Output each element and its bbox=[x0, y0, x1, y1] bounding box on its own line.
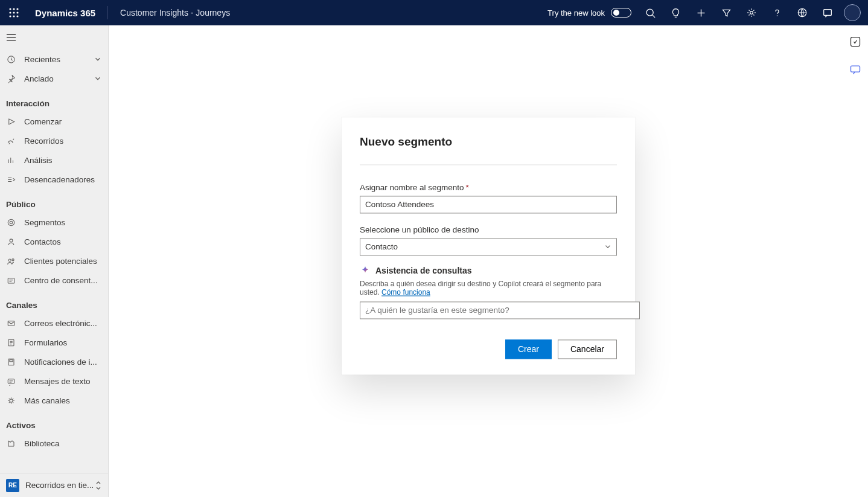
nav-item-icon bbox=[6, 256, 16, 266]
nav-item[interactable]: Desencadenadores bbox=[0, 170, 108, 189]
add-button[interactable] bbox=[688, 0, 713, 25]
cancel-button[interactable]: Cancelar bbox=[558, 339, 617, 359]
svg-point-6 bbox=[9, 15, 11, 17]
segment-name-label: Asignar nombre al segmento* bbox=[360, 183, 617, 192]
svg-rect-27 bbox=[8, 278, 14, 283]
nav-item[interactable]: Más canales bbox=[0, 391, 108, 410]
settings-button[interactable] bbox=[739, 0, 764, 25]
svg-line-10 bbox=[652, 14, 654, 17]
try-toggle[interactable] bbox=[611, 8, 631, 18]
top-bar: Dynamics 365 Customer Insights - Journey… bbox=[0, 0, 868, 25]
user-avatar[interactable] bbox=[844, 4, 861, 21]
nav-item-icon bbox=[6, 217, 16, 227]
nav-item[interactable]: Clientes potenciales bbox=[0, 251, 108, 271]
gear-icon bbox=[746, 7, 757, 18]
audience-select[interactable] bbox=[360, 238, 617, 255]
svg-rect-32 bbox=[8, 379, 14, 383]
nav-item[interactable]: Formularios bbox=[0, 333, 108, 352]
copilot-panel-button[interactable] bbox=[846, 33, 864, 51]
hamburger-icon bbox=[6, 33, 16, 42]
svg-rect-34 bbox=[851, 37, 860, 46]
help-icon bbox=[772, 8, 782, 18]
nav-item-label: Notificaciones de i... bbox=[24, 358, 102, 367]
nav-item[interactable]: Centro de consent... bbox=[0, 271, 108, 290]
svg-point-8 bbox=[16, 15, 18, 17]
svg-point-26 bbox=[11, 258, 13, 260]
svg-rect-35 bbox=[851, 66, 860, 72]
messenger-button[interactable] bbox=[815, 0, 840, 25]
copilot-icon bbox=[360, 265, 371, 276]
nav-pinned[interactable]: Anclado bbox=[0, 69, 108, 88]
globe-button[interactable] bbox=[790, 0, 815, 25]
nav-item[interactable]: Mensajes de texto bbox=[0, 371, 108, 391]
app-launcher-button[interactable] bbox=[4, 2, 24, 23]
area-label: Recorridos en tie... bbox=[25, 481, 95, 490]
nav-group-header: Interacción bbox=[0, 88, 108, 112]
nav-item-label: Segmentos bbox=[24, 218, 102, 227]
chat-icon bbox=[849, 63, 861, 75]
nav-collapse-button[interactable] bbox=[0, 25, 108, 50]
nav-item-icon bbox=[6, 275, 16, 285]
nav-item-icon bbox=[6, 438, 16, 448]
chat-panel-icon bbox=[822, 7, 833, 18]
nav-item-label: Desencadenadores bbox=[24, 175, 102, 184]
svg-point-1 bbox=[13, 8, 14, 10]
filter-button[interactable] bbox=[713, 0, 739, 25]
help-button[interactable] bbox=[764, 0, 790, 25]
sidebar: Recientes Anclado InteracciónComenzarRec… bbox=[0, 25, 109, 497]
audience-label: Seleccione un público de destino bbox=[360, 225, 617, 234]
nav-item-icon bbox=[6, 175, 16, 184]
query-assist-input[interactable] bbox=[360, 301, 640, 319]
search-icon bbox=[645, 8, 656, 18]
svg-rect-28 bbox=[8, 321, 14, 325]
nav-item-icon bbox=[6, 338, 16, 347]
app-title: Dynamics 365 bbox=[35, 8, 95, 18]
divider bbox=[107, 6, 108, 19]
svg-point-15 bbox=[776, 15, 777, 16]
nav-item[interactable]: Contactos bbox=[0, 232, 108, 251]
nav-item-label: Biblioteca bbox=[24, 439, 102, 448]
nav-item[interactable]: Notificaciones de i... bbox=[0, 352, 108, 371]
svg-rect-17 bbox=[824, 10, 832, 16]
globe-icon bbox=[797, 7, 808, 18]
nav-item[interactable]: Comenzar bbox=[0, 112, 108, 131]
waffle-icon bbox=[9, 8, 19, 18]
svg-point-7 bbox=[13, 15, 14, 17]
query-assist-title: Asistencia de consultas bbox=[375, 266, 472, 275]
svg-point-4 bbox=[13, 11, 14, 13]
nav-item[interactable]: Análisis bbox=[0, 150, 108, 170]
nav-item[interactable]: Correos electrónic... bbox=[0, 313, 108, 333]
area-badge: RE bbox=[6, 479, 19, 492]
svg-point-9 bbox=[646, 9, 653, 16]
try-new-look[interactable]: Try the new look bbox=[547, 8, 631, 18]
area-switcher[interactable]: RE Recorridos en tie... bbox=[0, 473, 108, 497]
svg-point-3 bbox=[9, 11, 11, 13]
svg-point-23 bbox=[10, 221, 13, 224]
module-name[interactable]: Customer Insights - Journeys bbox=[120, 8, 230, 18]
nav-item-icon bbox=[6, 155, 16, 165]
nav-recent[interactable]: Recientes bbox=[0, 50, 108, 69]
search-button[interactable] bbox=[637, 0, 663, 25]
create-button[interactable]: Crear bbox=[505, 339, 552, 359]
teams-chat-button[interactable] bbox=[846, 60, 864, 79]
svg-point-24 bbox=[10, 239, 13, 242]
segment-name-input[interactable] bbox=[360, 196, 617, 213]
insights-button[interactable] bbox=[663, 0, 688, 25]
svg-point-5 bbox=[16, 11, 18, 13]
svg-point-2 bbox=[16, 8, 18, 10]
nav-item[interactable]: Segmentos bbox=[0, 213, 108, 232]
nav-item-label: Comenzar bbox=[24, 117, 102, 126]
nav-item-label: Formularios bbox=[24, 338, 102, 347]
chevron-down-icon bbox=[94, 74, 102, 83]
nav-item-label: Correos electrónic... bbox=[24, 319, 102, 328]
chevron-down-icon bbox=[94, 55, 102, 63]
nav-item-icon bbox=[6, 357, 16, 367]
nav-item[interactable]: Recorridos bbox=[0, 131, 108, 150]
query-assist-desc: Describa a quién desea dirigir su destin… bbox=[360, 280, 617, 297]
pin-icon bbox=[6, 74, 16, 83]
nav-item[interactable]: Biblioteca bbox=[0, 434, 108, 453]
how-it-works-link[interactable]: Cómo funciona bbox=[381, 288, 430, 297]
svg-rect-31 bbox=[9, 359, 12, 361]
nav-item-label: Análisis bbox=[24, 156, 102, 165]
nav-group-header: Público bbox=[0, 189, 108, 213]
